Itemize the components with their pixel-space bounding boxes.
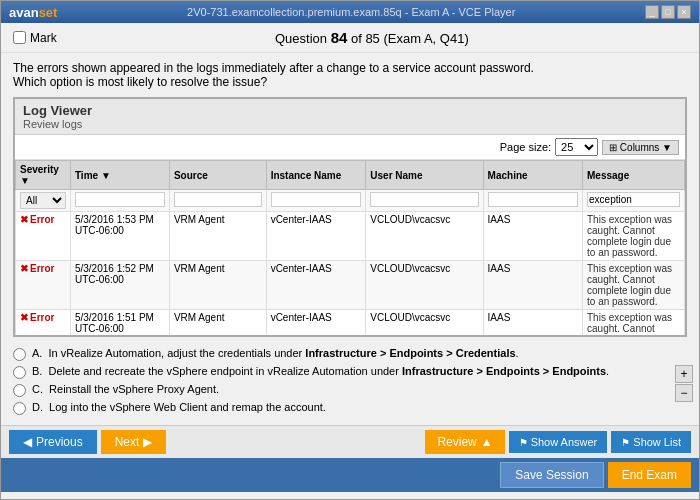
filter-row: All [16,190,685,212]
col-message[interactable]: Message [583,161,685,190]
answer-radio-d[interactable] [13,402,26,415]
toolbar1: ◀ Previous Next ▶ Review ▲ ⚑ Show Answer [1,425,699,458]
main-window: avanset 2V0-731.examcollection.premium.e… [0,0,700,500]
show-list-button[interactable]: ⚑ Show List [611,431,691,453]
answer-option-d: D. Log into the vSphere Web Client and r… [13,401,687,415]
close-button[interactable]: × [677,5,691,19]
answer-option-a: A. In vRealize Automation, adjust the cr… [13,347,687,361]
severity-cell: ✖Error [20,263,66,274]
table-row: ✖Error5/3/2016 1:52 PM UTC-06:00VRM Agen… [16,261,685,310]
log-viewer-title: Log Viewer [23,103,677,118]
severity-filter[interactable]: All [20,192,66,209]
table-row: ✖Error5/3/2016 1:53 PM UTC-06:00VRM Agen… [16,212,685,261]
answer-text-a: A. In vRealize Automation, adjust the cr… [32,347,519,359]
log-viewer-subtitle: Review logs [23,118,677,130]
col-machine[interactable]: Machine [483,161,582,190]
previous-button[interactable]: ◀ Previous [9,430,97,454]
maximize-button[interactable]: □ [661,5,675,19]
mark-label: Mark [30,31,57,45]
answer-option-b: B. Delete and recreate the vSphere endpo… [13,365,687,379]
question-line2: Which option is most likely to resolve t… [13,75,687,89]
review-label: Review [437,435,476,449]
window-title: 2V0-731.examcollection.premium.exam.85q … [57,6,645,18]
answer-radio-b[interactable] [13,366,26,379]
prev-label: Previous [36,435,83,449]
zoom-controls: + − [675,365,693,402]
log-table: Severity ▼ Time ▼ Source Instance Name U… [15,160,685,335]
machine-filter[interactable] [488,192,578,207]
logo: avanset [9,5,57,20]
title-bar-left: avanset [9,5,57,20]
answer-option-c: C. Reinstall the vSphere Proxy Agent. [13,383,687,397]
mark-checkbox[interactable] [13,31,26,44]
question-line1: The errors shown appeared in the logs im… [13,61,687,75]
table-header-row: Severity ▼ Time ▼ Source Instance Name U… [16,161,685,190]
zoom-in-button[interactable]: + [675,365,693,383]
main-content: Mark Question 84 of 85 (Exam A, Q41) The… [1,23,699,499]
answers: A. In vRealize Automation, adjust the cr… [1,341,699,425]
log-controls: Page size: 25 50 100 ⊞ Columns ▼ [15,135,685,160]
next-arrow-icon: ▶ [143,435,152,449]
review-button[interactable]: Review ▲ [425,430,504,454]
col-instance[interactable]: Instance Name [266,161,366,190]
review-chevron-icon: ▲ [481,435,493,449]
log-table-wrap: Severity ▼ Time ▼ Source Instance Name U… [15,160,685,335]
question-text: The errors shown appeared in the logs im… [1,53,699,93]
end-exam-button[interactable]: End Exam [608,462,691,488]
show-list-label: Show List [633,436,681,448]
source-filter[interactable] [174,192,262,207]
username-filter[interactable] [370,192,478,207]
show-answer-button[interactable]: ⚑ Show Answer [509,431,608,453]
zoom-out-button[interactable]: − [675,384,693,402]
question-info: Question 84 of 85 (Exam A, Q41) [57,29,687,46]
show-answer-label: Show Answer [531,436,598,448]
table-row: ✖Error5/3/2016 1:51 PM UTC-06:00VRM Agen… [16,310,685,336]
bottom-area: ◀ Previous Next ▶ Review ▲ ⚑ Show Answer [1,425,699,492]
error-icon: ✖ [20,214,28,225]
list-icon: ⚑ [621,437,630,448]
save-session-button[interactable]: Save Session [500,462,603,488]
col-username[interactable]: User Name [366,161,483,190]
page-size-select[interactable]: 25 50 100 [555,138,598,156]
page-size-label: Page size: [500,141,551,153]
prev-arrow-icon: ◀ [23,435,32,449]
flag-icon: ⚑ [519,437,528,448]
minimize-button[interactable]: _ [645,5,659,19]
title-bar: avanset 2V0-731.examcollection.premium.e… [1,1,699,23]
mark-section: Mark [13,31,57,45]
answer-text-b: B. Delete and recreate the vSphere endpo… [32,365,609,377]
answer-text-c: C. Reinstall the vSphere Proxy Agent. [32,383,219,395]
col-time[interactable]: Time ▼ [70,161,169,190]
question-total: of 85 (Exam A, Q41) [351,31,469,46]
columns-button[interactable]: ⊞ Columns ▼ [602,140,679,155]
col-severity[interactable]: Severity ▼ [16,161,71,190]
time-filter[interactable] [75,192,165,207]
window-controls: _ □ × [645,5,691,19]
next-button[interactable]: Next ▶ [101,430,167,454]
col-source[interactable]: Source [169,161,266,190]
toolbar2: Save Session End Exam [1,458,699,492]
log-viewer-header: Log Viewer Review logs [15,99,685,135]
question-number: 84 [331,29,348,46]
answer-radio-c[interactable] [13,384,26,397]
logo-avan: avan [9,5,39,20]
log-viewer: Log Viewer Review logs Page size: 25 50 … [13,97,687,337]
severity-cell: ✖Error [20,312,66,323]
severity-cell: ✖Error [20,214,66,225]
message-filter[interactable] [587,192,680,207]
top-bar: Mark Question 84 of 85 (Exam A, Q41) [1,23,699,53]
instance-filter[interactable] [271,192,362,207]
error-icon: ✖ [20,312,28,323]
answer-text-d: D. Log into the vSphere Web Client and r… [32,401,326,413]
question-label: Question [275,31,327,46]
error-icon: ✖ [20,263,28,274]
next-label: Next [115,435,140,449]
answer-radio-a[interactable] [13,348,26,361]
logo-set: set [39,5,58,20]
